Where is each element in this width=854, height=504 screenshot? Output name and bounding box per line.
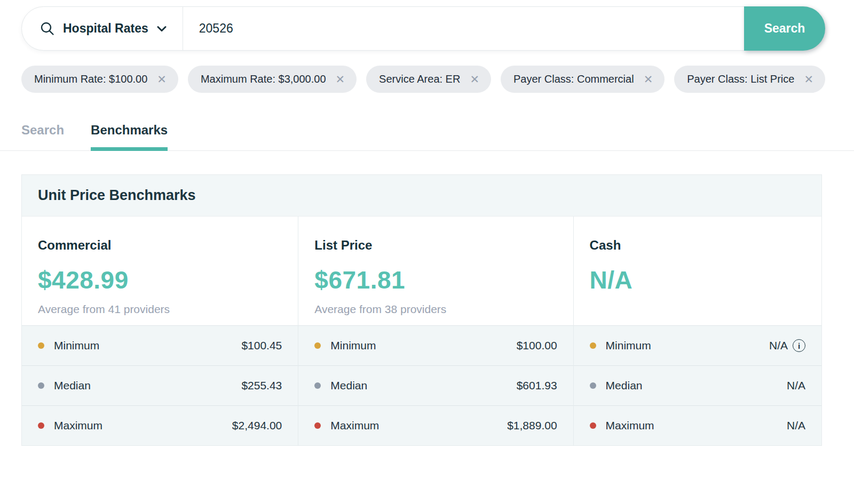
stat-label: Maximum [330, 419, 379, 432]
tab-benchmarks[interactable]: Benchmarks [91, 123, 168, 150]
search-bar: Hospital Rates Search [21, 6, 825, 51]
filter-chip-label: Payer Class: Commercial [513, 73, 634, 85]
minimum-dot-icon [590, 342, 596, 349]
search-button[interactable]: Search [744, 6, 825, 51]
benchmark-column-list-price: List Price $671.81 Average from 38 provi… [298, 217, 573, 445]
stat-label: Maximum [606, 419, 654, 432]
minimum-dot-icon [314, 342, 321, 349]
provider-count-subtitle: Average from 41 providers [38, 303, 282, 316]
column-head: Cash N/A [574, 217, 821, 325]
minimum-dot-icon [38, 342, 44, 349]
column-head: Commercial $428.99 Average from 41 provi… [22, 217, 298, 325]
stat-label: Maximum [54, 419, 102, 432]
filter-chip-service-area: Service Area: ER ✕ [366, 66, 491, 93]
stat-value: $2,494.00 [232, 419, 282, 432]
search-icon [40, 21, 54, 36]
stat-value: $100.45 [241, 339, 282, 352]
stat-label: Minimum [606, 339, 651, 352]
stat-row-maximum: Maximum $1,889.00 [298, 405, 573, 445]
stat-row-maximum: Maximum N/A [574, 405, 821, 445]
average-price: $671.81 [314, 266, 557, 294]
average-price: N/A [590, 266, 805, 294]
filter-chip-label: Maximum Rate: $3,000.00 [201, 73, 326, 85]
stat-value: N/A i [769, 339, 805, 352]
stat-label: Minimum [54, 339, 99, 352]
maximum-dot-icon [314, 422, 321, 429]
filter-chip-payer-class-commercial: Payer Class: Commercial ✕ [501, 66, 665, 93]
filter-chip-label: Service Area: ER [379, 73, 460, 85]
filter-chip-maximum-rate: Maximum Rate: $3,000.00 ✕ [188, 66, 357, 93]
stat-value: N/A [787, 379, 805, 392]
stat-row-median: Median $255.43 [22, 365, 298, 405]
stat-row-minimum: Minimum N/A i [574, 325, 821, 365]
remove-filter-icon[interactable]: ✕ [157, 74, 167, 85]
median-dot-icon [590, 382, 596, 389]
filter-chip-minimum-rate: Minimum Rate: $100.00 ✕ [21, 66, 178, 93]
filter-chip-label: Minimum Rate: $100.00 [34, 73, 147, 85]
remove-filter-icon[interactable]: ✕ [336, 74, 345, 85]
stat-value: N/A [787, 419, 805, 432]
card-title: Unit Price Benchmarks [38, 187, 196, 204]
average-price: $428.99 [38, 266, 282, 294]
remove-filter-icon[interactable]: ✕ [804, 74, 813, 85]
maximum-dot-icon [590, 422, 596, 429]
provider-count-subtitle: Average from 38 providers [314, 303, 557, 316]
results-tabs: Search Benchmarks [0, 123, 854, 151]
column-head: List Price $671.81 Average from 38 provi… [298, 217, 573, 325]
search-category-label: Hospital Rates [63, 21, 148, 36]
active-filters: Minimum Rate: $100.00 ✕ Maximum Rate: $3… [21, 66, 833, 93]
chevron-down-icon [157, 26, 167, 32]
remove-filter-icon[interactable]: ✕ [470, 74, 479, 85]
payer-class-name: Commercial [38, 238, 282, 253]
stat-value: $100.00 [517, 339, 557, 352]
median-dot-icon [314, 382, 321, 389]
stat-value: $601.93 [517, 379, 557, 392]
benchmarks-grid: Commercial $428.99 Average from 41 provi… [22, 217, 821, 445]
filter-chip-label: Payer Class: List Price [687, 73, 794, 85]
stat-value: $1,889.00 [507, 419, 557, 432]
benchmark-column-cash: Cash N/A Minimum N/A i Median N [573, 217, 821, 445]
payer-class-name: List Price [314, 238, 557, 253]
stat-row-median: Median $601.93 [298, 365, 573, 405]
payer-class-name: Cash [590, 238, 805, 253]
search-category-dropdown[interactable]: Hospital Rates [22, 7, 183, 50]
maximum-dot-icon [38, 422, 44, 429]
stat-label: Median [606, 379, 643, 392]
median-dot-icon [38, 382, 44, 389]
stat-label: Median [54, 379, 91, 392]
stat-label: Median [330, 379, 367, 392]
info-icon[interactable]: i [793, 339, 805, 352]
stat-value: $255.43 [241, 379, 282, 392]
stat-row-maximum: Maximum $2,494.00 [22, 405, 298, 445]
stat-row-median: Median N/A [574, 365, 821, 405]
card-header: Unit Price Benchmarks [22, 175, 821, 217]
filter-chip-payer-class-list-price: Payer Class: List Price ✕ [674, 66, 825, 93]
unit-price-benchmarks-card: Unit Price Benchmarks Commercial $428.99… [21, 174, 822, 446]
benchmark-column-commercial: Commercial $428.99 Average from 41 provi… [22, 217, 298, 445]
stat-value-text: N/A [769, 339, 788, 352]
remove-filter-icon[interactable]: ✕ [644, 74, 653, 85]
search-input[interactable] [183, 7, 744, 50]
stat-label: Minimum [330, 339, 376, 352]
tab-search[interactable]: Search [21, 123, 64, 150]
stat-row-minimum: Minimum $100.00 [298, 325, 573, 365]
stat-row-minimum: Minimum $100.45 [22, 325, 298, 365]
